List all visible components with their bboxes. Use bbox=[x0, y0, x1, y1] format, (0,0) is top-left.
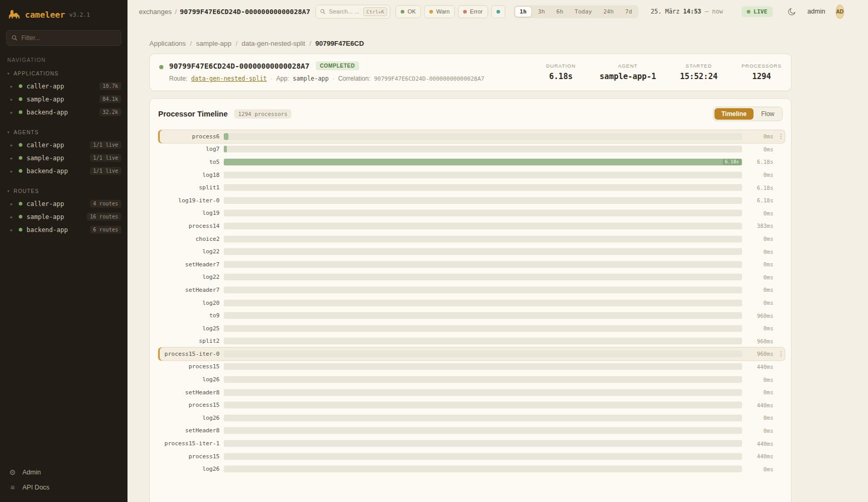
timeline-row[interactable]: log7 0ms ⋮ bbox=[158, 143, 785, 156]
timeline-track bbox=[224, 287, 742, 293]
row-menu-icon[interactable]: ⋮ bbox=[777, 133, 785, 140]
sidebar-item-badge: 6 routes bbox=[90, 226, 121, 234]
status-filter-chip[interactable]: Warn bbox=[424, 5, 455, 18]
expand-caret-icon[interactable]: ▸ bbox=[10, 201, 15, 207]
view-button-timeline[interactable]: Timeline bbox=[714, 108, 753, 120]
timeline-row[interactable]: process6 0ms ⋮ bbox=[158, 130, 785, 143]
range-button-1h[interactable]: 1h bbox=[515, 6, 532, 17]
processor-name: setHeader7 bbox=[158, 261, 220, 268]
route-link[interactable]: data-gen-nested-split bbox=[191, 75, 266, 82]
processor-name: process6 bbox=[158, 133, 220, 140]
timeline-row[interactable]: process15 440ms ⋮ bbox=[158, 361, 785, 374]
status-filter-chip[interactable]: Error bbox=[458, 5, 488, 18]
timeline-track bbox=[224, 376, 742, 383]
live-toggle[interactable]: LIVE bbox=[742, 6, 773, 17]
expand-caret-icon[interactable]: ▸ bbox=[10, 143, 15, 148]
expand-caret-icon[interactable]: ▸ bbox=[10, 227, 15, 233]
timeline-row[interactable]: setHeader7 0ms ⋮ bbox=[158, 258, 785, 271]
search-input[interactable] bbox=[329, 8, 360, 15]
expand-caret-icon[interactable]: ▸ bbox=[10, 214, 15, 220]
processor-name: to9 bbox=[158, 312, 220, 319]
timeline-row[interactable]: to9 960ms ⋮ bbox=[158, 309, 785, 322]
timeline-row[interactable]: log25 0ms ⋮ bbox=[158, 322, 785, 335]
timeline-row[interactable]: setHeader7 0ms ⋮ bbox=[158, 284, 785, 297]
timeline-row[interactable]: to5 6.18s 6.18s ⋮ bbox=[158, 156, 785, 169]
sidebar-item-name: caller-app bbox=[27, 141, 86, 149]
timeline-row[interactable]: process15 440ms ⋮ bbox=[158, 398, 785, 411]
range-button-3h[interactable]: 3h bbox=[533, 6, 550, 17]
expand-caret-icon[interactable]: ▸ bbox=[10, 110, 15, 115]
timeline-row[interactable]: setHeader8 0ms ⋮ bbox=[158, 424, 785, 437]
sidebar-item-caller-app[interactable]: ▸ caller-app 4 routes bbox=[0, 197, 127, 210]
sidebar-item-sample-app[interactable]: ▸ sample-app 84.1k bbox=[0, 93, 127, 106]
search-icon bbox=[320, 9, 326, 15]
status-dot bbox=[19, 143, 22, 147]
breadcrumb-item[interactable]: sample-app bbox=[196, 40, 232, 47]
exchange-title: 90799F47E6CD24D-00000000000028A7 bbox=[169, 62, 310, 70]
sidebar-item-api-docs[interactable]: ≡ API Docs bbox=[8, 483, 119, 492]
sidebar-item-backend-app[interactable]: ▸ backend-app 32.2k bbox=[0, 106, 127, 119]
timeline-row[interactable]: setHeader8 0ms ⋮ bbox=[158, 386, 785, 399]
timeline-row[interactable]: log19-iter-0 6.18s ⋮ bbox=[158, 194, 785, 207]
breadcrumb-item[interactable]: Applications bbox=[149, 40, 186, 47]
nav-section-label: NAVIGATION bbox=[0, 57, 127, 69]
sidebar-item-caller-app[interactable]: ▸ caller-app 10.7k bbox=[0, 80, 127, 93]
sidebar-section-header[interactable]: ▾ APPLICATIONS bbox=[0, 69, 127, 80]
timeline-row[interactable]: process15 440ms ⋮ bbox=[158, 450, 785, 463]
timeline-row[interactable]: process15-iter-0 960ms ⋮ bbox=[158, 347, 785, 361]
timeline-row[interactable]: split1 6.18s ⋮ bbox=[158, 181, 785, 194]
timeline-row[interactable]: process14 383ms ⋮ bbox=[158, 220, 785, 233]
timeline-track bbox=[224, 223, 742, 229]
processor-name: log19-iter-0 bbox=[158, 197, 220, 204]
timeline-track bbox=[224, 363, 742, 370]
sidebar-item-admin[interactable]: ⚙ Admin bbox=[8, 468, 119, 477]
global-search[interactable]: Ctrl+K bbox=[315, 5, 390, 19]
time-range-display[interactable]: 25. März 14:53 — now bbox=[651, 8, 723, 15]
processor-name: log19 bbox=[158, 210, 220, 216]
timeline-row[interactable]: log26 0ms ⋮ bbox=[158, 373, 785, 386]
sidebar-section-header[interactable]: ▾ AGENTS bbox=[0, 128, 127, 138]
processor-duration: 960ms bbox=[746, 338, 773, 344]
expand-caret-icon[interactable]: ▸ bbox=[10, 156, 15, 161]
range-button-today[interactable]: Today bbox=[569, 6, 597, 17]
status-filter-chip[interactable] bbox=[491, 5, 505, 18]
sidebar-filter-input[interactable] bbox=[21, 34, 116, 42]
timeline-row[interactable]: choice2 0ms ⋮ bbox=[158, 233, 785, 246]
sidebar-item-sample-app[interactable]: ▸ sample-app 16 routes bbox=[0, 210, 127, 223]
avatar[interactable]: AD bbox=[836, 5, 844, 19]
breadcrumb-exchanges[interactable]: exchanges bbox=[139, 8, 172, 16]
timeline-row[interactable]: log22 0ms ⋮ bbox=[158, 271, 785, 284]
app-logo[interactable]: cameleer v3.2.1 bbox=[0, 0, 127, 30]
timeline-row[interactable]: log18 0ms ⋮ bbox=[158, 169, 785, 182]
timeline-title: Processor Timeline bbox=[158, 110, 228, 118]
row-menu-icon[interactable]: ⋮ bbox=[777, 350, 785, 357]
sidebar-item-sample-app[interactable]: ▸ sample-app 1/1 live bbox=[0, 151, 127, 164]
sidebar-section-label: AGENTS bbox=[14, 130, 39, 135]
processor-duration: 0ms bbox=[746, 415, 773, 421]
timeline-row[interactable]: log26 0ms ⋮ bbox=[158, 411, 785, 424]
timeline-row[interactable]: log26 0ms ⋮ bbox=[158, 462, 785, 475]
timeline-row[interactable]: log20 0ms ⋮ bbox=[158, 297, 785, 310]
sidebar-filter[interactable] bbox=[6, 30, 121, 46]
expand-caret-icon[interactable]: ▸ bbox=[10, 169, 15, 174]
filter-chip-label: Error bbox=[470, 8, 482, 15]
timeline-row[interactable]: split2 960ms ⋮ bbox=[158, 335, 785, 348]
expand-caret-icon[interactable]: ▸ bbox=[10, 97, 15, 102]
view-button-flow[interactable]: Flow bbox=[755, 108, 781, 120]
range-button-6h[interactable]: 6h bbox=[551, 6, 568, 17]
status-filter-chip[interactable]: OK bbox=[395, 5, 421, 18]
expand-caret-icon[interactable]: ▸ bbox=[10, 84, 15, 89]
timeline-row[interactable]: process15-iter-1 440ms ⋮ bbox=[158, 437, 785, 450]
sidebar-section-header[interactable]: ▾ ROUTES bbox=[0, 187, 127, 197]
timeline-row[interactable]: log22 0ms ⋮ bbox=[158, 245, 785, 258]
sidebar-item-backend-app[interactable]: ▸ backend-app 6 routes bbox=[0, 223, 127, 236]
processor-name: choice2 bbox=[158, 236, 220, 242]
sidebar-item-caller-app[interactable]: ▸ caller-app 1/1 live bbox=[0, 138, 127, 151]
dark-mode-toggle[interactable] bbox=[787, 7, 796, 16]
sidebar-item-backend-app[interactable]: ▸ backend-app 1/1 live bbox=[0, 164, 127, 177]
range-button-24h[interactable]: 24h bbox=[598, 6, 619, 17]
timeline-row[interactable]: log19 0ms ⋮ bbox=[158, 207, 785, 220]
status-dot bbox=[401, 10, 404, 14]
range-button-7d[interactable]: 7d bbox=[620, 6, 637, 17]
breadcrumb-item[interactable]: data-gen-nested-split bbox=[241, 40, 305, 47]
